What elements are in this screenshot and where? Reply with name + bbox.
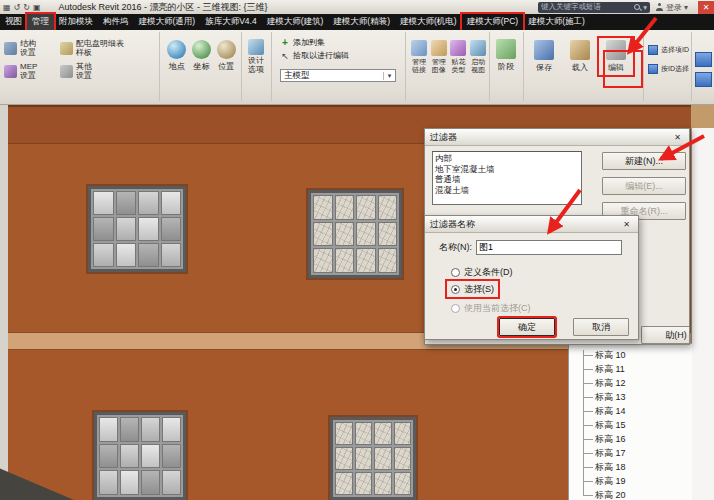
close-icon[interactable]: ✕ xyxy=(671,131,684,143)
window-pane xyxy=(141,470,160,495)
tab-addins[interactable]: 附加模块 xyxy=(54,14,98,30)
panel-project-location: 地点 坐标 位置 xyxy=(162,32,242,101)
right-panel-strip xyxy=(691,128,714,500)
starting-view-button[interactable]: 启动 视图 xyxy=(469,40,487,73)
tab-view[interactable]: 视图 xyxy=(0,14,27,30)
new-filter-button[interactable]: 新建(N)... xyxy=(602,152,686,170)
filters-list-item[interactable]: 混凝土墙 xyxy=(435,185,579,196)
ribbon-edge-icon[interactable] xyxy=(695,52,712,67)
decal-types-button[interactable]: 贴花 类型 xyxy=(450,40,468,73)
design-options-button[interactable]: 设计 选项 xyxy=(242,32,270,76)
close-icon[interactable]: ✕ xyxy=(620,218,633,230)
design-options-icon xyxy=(248,39,264,55)
help-button-partial[interactable]: 助(H) xyxy=(641,326,690,344)
decal-types-label: 贴花 类型 xyxy=(451,58,465,73)
panel-inquiry: 选择项ID 按ID选择 xyxy=(646,32,692,101)
edit-selection-icon xyxy=(606,40,626,60)
level-item[interactable]: 标高 14 xyxy=(579,404,692,418)
close-button[interactable]: ✕ xyxy=(698,1,714,14)
structure-settings-button[interactable]: 结构 设置 xyxy=(2,39,58,58)
window-pane xyxy=(162,444,181,469)
manage-images-button[interactable]: 管理 图像 xyxy=(430,40,448,73)
tab-modeling-master-mep[interactable]: 建模大师(机电) xyxy=(395,14,462,30)
filters-list[interactable]: 内部 地下室混凝土墙 普通墙 混凝土墙 xyxy=(432,151,582,205)
level-item[interactable]: 标高 19 xyxy=(579,474,692,488)
level-item[interactable]: 标高 16 xyxy=(579,432,692,446)
coordinates-button[interactable]: 坐标 xyxy=(191,40,213,72)
filters-dialog-titlebar[interactable]: 过滤器 ✕ xyxy=(425,129,689,146)
window-pane xyxy=(374,422,392,445)
window-pane xyxy=(93,217,114,241)
other-settings-button[interactable]: 其他 设置 xyxy=(58,62,154,81)
redo-icon[interactable]: ↻ xyxy=(23,1,30,14)
level-item[interactable]: 标高 12 xyxy=(579,376,692,390)
panel-schedule-template-button[interactable]: 配电盘明细表 样板 xyxy=(58,39,154,58)
radio-define-criteria[interactable]: 定义条件(D) xyxy=(447,264,517,280)
tab-manage[interactable]: 管理 xyxy=(27,14,54,30)
search-input[interactable]: 键入关键字或短语 ▾ xyxy=(538,2,650,13)
position-button[interactable]: 位置 xyxy=(215,40,237,72)
level-item[interactable]: 标高 17 xyxy=(579,446,692,460)
quick-access-toolbar: ▦ ↺ ↻ ▣ xyxy=(3,1,41,14)
tab-modeling-master-construction[interactable]: 建模大师(施工) xyxy=(523,14,590,30)
ids-of-selection-button[interactable]: 选择项ID xyxy=(646,44,691,56)
radio-select[interactable]: 选择(S) xyxy=(447,281,498,297)
filters-list-item[interactable]: 普通墙 xyxy=(435,174,579,185)
pick-to-edit-button[interactable]: ↖ 拾取以进行编辑 xyxy=(280,49,405,62)
filters-list-item[interactable]: 内部 xyxy=(435,153,579,164)
level-item[interactable]: 标高 15 xyxy=(579,418,692,432)
ok-button[interactable]: 确定 xyxy=(499,318,555,336)
ids-of-selection-label: 选择项ID xyxy=(661,45,689,55)
mep-settings-button[interactable]: MEP 设置 xyxy=(2,62,58,81)
radio-define-label: 定义条件(D) xyxy=(464,266,513,279)
window-pane xyxy=(378,195,398,220)
location-button[interactable]: 地点 xyxy=(166,40,188,72)
window-pane xyxy=(394,472,412,495)
save-selection-button[interactable]: 保存 xyxy=(527,38,561,75)
cursor-icon: ↖ xyxy=(280,51,290,61)
window-pane xyxy=(116,243,137,267)
login-button[interactable]: 登录 ▾ xyxy=(656,2,688,13)
edit-selection-button[interactable]: 编辑 xyxy=(599,38,633,75)
panel-selection-set: + 添加到集 ↖ 拾取以进行编辑 主模型 ▾ xyxy=(272,32,406,101)
level-item[interactable]: 标高 10 xyxy=(579,348,692,362)
level-item[interactable]: 标高 20 xyxy=(579,488,692,500)
tab-modeling-master-finishing[interactable]: 建模大师(精装) xyxy=(328,14,395,30)
structure-settings-label: 结构 设置 xyxy=(20,40,36,57)
level-item[interactable]: 标高 18 xyxy=(579,460,692,474)
titlebar: ▦ ↺ ↻ ▣ Autodesk Revit 2016 - 漂亮的小区 - 三维… xyxy=(0,0,714,14)
manage-links-label: 管理 链接 xyxy=(412,58,426,73)
ribbon-edge-icon[interactable] xyxy=(695,72,712,87)
undo-icon[interactable]: ↺ xyxy=(14,1,21,14)
select-by-id-label: 按ID选择 xyxy=(661,64,689,74)
radio-checked-icon xyxy=(451,285,460,294)
chevron-down-icon[interactable]: ▾ xyxy=(643,3,647,12)
select-by-id-button[interactable]: 按ID选择 xyxy=(646,63,691,75)
phases-icon xyxy=(496,39,516,59)
main-model-value: 主模型 xyxy=(284,70,310,82)
tab-component-hub[interactable]: 构件坞 xyxy=(98,14,134,30)
window-pane xyxy=(93,243,114,267)
login-label: 登录 xyxy=(666,2,682,13)
tab-family-master[interactable]: 族库大师V4.4 xyxy=(200,14,262,30)
cancel-button[interactable]: 取消 xyxy=(573,318,629,336)
load-selection-button[interactable]: 载入 xyxy=(563,38,597,75)
phases-button[interactable]: 阶段 xyxy=(490,32,522,74)
tab-modeling-master-general[interactable]: 建模大师(通用) xyxy=(134,14,201,30)
chevron-down-icon: ▾ xyxy=(383,72,395,80)
window-pane xyxy=(162,470,181,495)
window-pane xyxy=(313,195,333,220)
main-model-select[interactable]: 主模型 ▾ xyxy=(280,69,396,82)
filters-list-item[interactable]: 地下室混凝土墙 xyxy=(435,164,579,175)
app-menu-icon[interactable]: ▦ xyxy=(3,1,11,14)
manage-links-button[interactable]: 管理 链接 xyxy=(410,40,428,73)
add-to-set-button[interactable]: + 添加到集 xyxy=(280,36,405,49)
filter-name-dialog-titlebar[interactable]: 过滤器名称 ✕ xyxy=(425,216,638,233)
tab-modeling-master-arch[interactable]: 建模大师(建筑) xyxy=(262,14,329,30)
level-item[interactable]: 标高 13 xyxy=(579,390,692,404)
filter-name-input[interactable] xyxy=(476,240,622,255)
level-item[interactable]: 标高 11 xyxy=(579,362,692,376)
modify-icon[interactable]: ▣ xyxy=(33,1,41,14)
window-pane xyxy=(138,191,159,215)
tab-modeling-master-pc[interactable]: 建模大师(PC) xyxy=(462,14,523,30)
